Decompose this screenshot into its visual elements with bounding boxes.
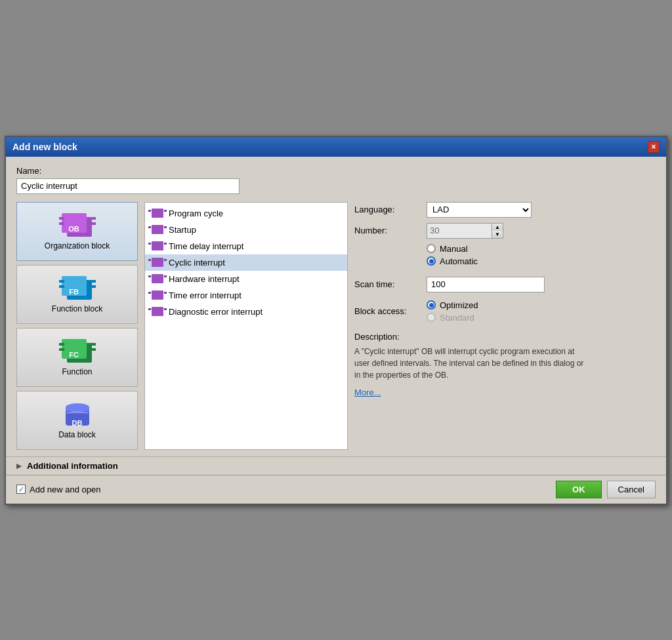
footer-right: OK Cancel bbox=[556, 481, 656, 498]
scan-time-row: Scan time: bbox=[354, 277, 591, 292]
block-type-fc[interactable]: FC Function bbox=[16, 328, 138, 387]
list-item-time-delay[interactable]: Time delay interrupt bbox=[145, 238, 347, 254]
language-select[interactable]: LAD STL FBD SCL bbox=[427, 202, 532, 218]
expand-arrow-icon: ▶ bbox=[16, 462, 22, 470]
list-item-icon bbox=[152, 225, 163, 234]
scan-time-input[interactable] bbox=[427, 277, 545, 292]
fb-icon-label: FB bbox=[69, 288, 79, 296]
block-types-panel: OB Organization block bbox=[16, 202, 138, 450]
radio-standard-circle bbox=[427, 313, 436, 322]
footer-bar: ✓ Add new and open OK Cancel bbox=[6, 475, 666, 504]
list-item-icon bbox=[152, 258, 163, 267]
add-and-open-checkbox[interactable]: ✓ bbox=[16, 485, 26, 494]
list-item-label: Cyclic interrupt bbox=[169, 258, 225, 268]
list-item-label: Hardware interrupt bbox=[169, 274, 240, 284]
fb-icon: FB bbox=[58, 275, 97, 304]
additional-info-label: Additional information bbox=[27, 461, 118, 471]
number-mode-radio-group: Manual Automatic bbox=[427, 244, 591, 266]
block-type-ob[interactable]: OB Organization block bbox=[16, 202, 138, 261]
block-access-label: Block access: bbox=[354, 306, 420, 316]
fb-pin bbox=[59, 285, 64, 288]
db-icon-label: DB bbox=[72, 419, 83, 427]
language-row: Language: LAD STL FBD SCL bbox=[354, 202, 591, 218]
ob-pins-left bbox=[59, 217, 64, 225]
radio-manual[interactable]: Manual bbox=[427, 244, 591, 254]
ob-pins-right bbox=[91, 217, 96, 225]
db-cylinder: DB bbox=[66, 403, 89, 428]
block-type-fb[interactable]: FB Function block bbox=[16, 265, 138, 324]
dialog-body: Name: OB bbox=[6, 157, 666, 456]
radio-automatic[interactable]: Automatic bbox=[427, 256, 591, 266]
block-access-row: Block access: Optimized Standard bbox=[354, 300, 591, 323]
db-cyl-mid bbox=[66, 411, 89, 416]
cancel-button[interactable]: Cancel bbox=[607, 481, 656, 498]
footer-left: ✓ Add new and open bbox=[16, 485, 100, 494]
radio-manual-circle bbox=[427, 244, 436, 253]
list-item-label: Time error interrupt bbox=[169, 290, 242, 300]
ob-label: Organization block bbox=[45, 241, 110, 250]
spin-down-button[interactable]: ▼ bbox=[492, 231, 503, 238]
list-item-icon bbox=[152, 241, 163, 250]
ob-icon: OB bbox=[58, 212, 97, 241]
radio-optimized-label: Optimized bbox=[440, 300, 478, 310]
name-label: Name: bbox=[16, 166, 656, 176]
description-text: A "Cyclic interrupt" OB will interrupt c… bbox=[354, 346, 591, 381]
block-list-panel: Program cycle Startup Time delay interru… bbox=[144, 202, 348, 450]
fb-pin bbox=[91, 285, 96, 288]
block-type-db[interactable]: DB Data block bbox=[16, 391, 138, 450]
fb-pin bbox=[59, 280, 64, 283]
list-item-icon bbox=[152, 209, 163, 218]
fc-pins-left bbox=[59, 343, 64, 351]
radio-standard[interactable]: Standard bbox=[427, 313, 478, 323]
add-and-open-checkbox-wrapper[interactable]: ✓ Add new and open bbox=[16, 485, 100, 494]
radio-standard-label: Standard bbox=[440, 313, 474, 323]
fc-label: Function bbox=[62, 367, 92, 376]
fc-icon: FC bbox=[58, 338, 97, 367]
name-section: Name: bbox=[16, 166, 656, 194]
radio-optimized-circle bbox=[427, 300, 436, 310]
ob-icon-label: OB bbox=[68, 225, 79, 233]
number-input[interactable] bbox=[427, 223, 492, 239]
fc-pin bbox=[91, 348, 96, 351]
language-label: Language: bbox=[354, 205, 420, 214]
list-item-time-error[interactable]: Time error interrupt bbox=[145, 287, 347, 304]
list-item-program-cycle[interactable]: Program cycle bbox=[145, 205, 347, 222]
radio-manual-label: Manual bbox=[440, 244, 468, 254]
dialog-title: Add new block bbox=[12, 142, 77, 152]
list-item-hardware-interrupt[interactable]: Hardware interrupt bbox=[145, 271, 347, 287]
fc-pin bbox=[91, 343, 96, 346]
list-item-label: Startup bbox=[169, 225, 196, 235]
ok-button[interactable]: OK bbox=[556, 481, 602, 498]
spin-up-button[interactable]: ▲ bbox=[492, 224, 503, 231]
db-label: Data block bbox=[58, 430, 96, 439]
list-item-diagnostic-error[interactable]: Diagnostic error interrupt bbox=[145, 304, 347, 320]
add-new-block-dialog: Add new block × Name: OB bbox=[5, 136, 667, 505]
additional-info-bar[interactable]: ▶ Additional information bbox=[6, 456, 666, 475]
fc-pins-right bbox=[91, 343, 96, 351]
close-button[interactable]: × bbox=[648, 141, 660, 153]
title-bar: Add new block × bbox=[6, 137, 666, 157]
fc-pin bbox=[59, 348, 64, 351]
fc-icon-label: FC bbox=[69, 351, 79, 359]
db-cyl-top bbox=[66, 403, 89, 411]
radio-optimized[interactable]: Optimized bbox=[427, 300, 478, 310]
description-section: Description: A "Cyclic interrupt" OB wil… bbox=[354, 332, 591, 397]
list-item-label: Diagnostic error interrupt bbox=[169, 307, 262, 317]
list-item-label: Time delay interrupt bbox=[169, 241, 243, 251]
list-item-icon bbox=[152, 274, 163, 283]
number-label: Number: bbox=[354, 226, 420, 235]
fc-front: FC bbox=[62, 339, 87, 359]
ob-pin bbox=[91, 222, 96, 225]
fc-pin bbox=[59, 343, 64, 346]
more-link[interactable]: More... bbox=[354, 388, 591, 397]
fb-pins-left bbox=[59, 280, 64, 288]
fb-pin bbox=[91, 280, 96, 283]
spin-buttons: ▲ ▼ bbox=[492, 223, 503, 239]
name-input[interactable] bbox=[16, 178, 240, 194]
ob-pin bbox=[59, 217, 64, 220]
add-and-open-label: Add new and open bbox=[30, 485, 100, 494]
scan-time-label: Scan time: bbox=[354, 279, 420, 289]
list-item-startup[interactable]: Startup bbox=[145, 222, 347, 238]
ob-pin bbox=[59, 222, 64, 225]
list-item-cyclic-interrupt[interactable]: Cyclic interrupt bbox=[145, 254, 347, 271]
